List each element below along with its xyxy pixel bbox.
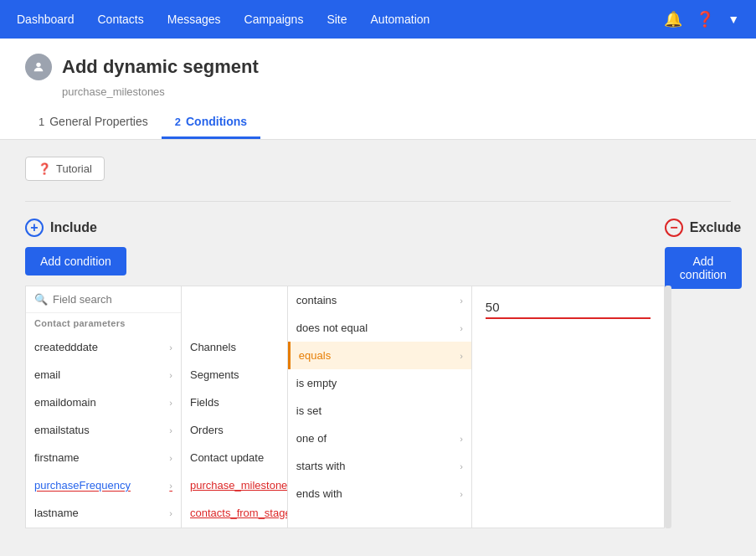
contact-params-label: Contact parameters bbox=[26, 313, 181, 333]
operator-is-empty[interactable]: is empty bbox=[288, 369, 471, 397]
field-item-lastname[interactable]: lastname › bbox=[26, 499, 181, 527]
exclude-icon: − bbox=[665, 219, 683, 237]
tabs: 1 General Properties 2 Conditions bbox=[25, 106, 731, 139]
nav-site[interactable]: Site bbox=[327, 13, 347, 26]
question-icon: ❓ bbox=[38, 162, 51, 175]
chevron-right-icon: › bbox=[169, 370, 172, 380]
nav-contacts[interactable]: Contacts bbox=[98, 13, 144, 26]
sidebar-purchase-milestones[interactable]: purchase_milestones bbox=[182, 471, 287, 499]
value-input[interactable] bbox=[486, 300, 651, 319]
field-item-emaildomain[interactable]: emaildomain › bbox=[26, 389, 181, 416]
field-item-email[interactable]: email › bbox=[26, 361, 181, 389]
operator-contains[interactable]: contains › bbox=[288, 286, 471, 314]
help-icon[interactable]: ❓ bbox=[696, 10, 714, 28]
operator-is-set[interactable]: is set bbox=[288, 397, 471, 425]
top-navigation: Dashboard Contacts Messages Campaigns Si… bbox=[0, 0, 756, 39]
operators-panel: contains › does not equal › equals › is … bbox=[288, 286, 472, 528]
tab-general-properties[interactable]: 1 General Properties bbox=[25, 106, 162, 139]
main-content: ❓ Tutorial + Include Add condition 🔍 Con… bbox=[0, 140, 756, 545]
operator-ends-with[interactable]: ends with › bbox=[288, 480, 471, 507]
operator-equals[interactable]: equals › bbox=[288, 342, 471, 369]
sidebar-location[interactable]: Location bbox=[182, 527, 287, 528]
include-label: Include bbox=[50, 220, 97, 235]
field-item-createdddate[interactable]: createdddate › bbox=[26, 333, 181, 361]
include-icon: + bbox=[25, 219, 44, 237]
chevron-right-icon: › bbox=[169, 398, 172, 408]
sidebar-orders[interactable]: Orders bbox=[182, 416, 287, 444]
value-panel bbox=[472, 286, 665, 528]
page-header: Add dynamic segment purchase_milestones … bbox=[0, 39, 756, 140]
chevron-right-icon: › bbox=[169, 453, 172, 463]
sidebar-contact-update[interactable]: Contact update bbox=[182, 444, 287, 471]
sidebar-fields[interactable]: Fields bbox=[182, 389, 287, 416]
nav-chevron-icon: ▼ bbox=[728, 13, 739, 26]
section-divider bbox=[25, 201, 731, 202]
nav-campaigns[interactable]: Campaigns bbox=[244, 13, 304, 26]
chevron-right-icon: › bbox=[460, 351, 463, 361]
chevron-right-icon: › bbox=[460, 434, 463, 444]
scrollbar[interactable] bbox=[665, 286, 671, 528]
page-icon bbox=[25, 54, 52, 80]
exclude-label: Exclude bbox=[690, 220, 741, 235]
chevron-right-icon: › bbox=[169, 342, 172, 353]
operator-starts-with[interactable]: starts with › bbox=[288, 452, 471, 480]
sections-row: + Include Add condition 🔍 Contact parame… bbox=[25, 219, 731, 528]
search-icon: 🔍 bbox=[34, 293, 48, 306]
sidebar-contacts-from-stage[interactable]: contacts_from_stage bbox=[182, 499, 287, 527]
nav-messages[interactable]: Messages bbox=[167, 13, 221, 26]
exclude-add-condition-button[interactable]: Add condition bbox=[665, 247, 742, 289]
search-input[interactable] bbox=[53, 293, 172, 306]
chevron-right-icon: › bbox=[460, 296, 463, 306]
field-item-emailstatus[interactable]: emailstatus › bbox=[26, 416, 181, 444]
bell-icon[interactable]: 🔔 bbox=[664, 10, 682, 28]
search-box: 🔍 bbox=[26, 286, 181, 313]
operator-does-not-equal[interactable]: does not equal › bbox=[288, 314, 471, 342]
page-title: Add dynamic segment bbox=[62, 56, 259, 78]
field-item-firstname[interactable]: firstname › bbox=[26, 444, 181, 471]
chevron-right-icon: › bbox=[460, 461, 463, 471]
chevron-right-icon: › bbox=[460, 489, 463, 499]
operator-one-of[interactable]: one of › bbox=[288, 425, 471, 452]
sidebar-panel: Channels Segments Fields Orders Contact … bbox=[182, 286, 288, 528]
exclude-section: − Exclude Add condition bbox=[665, 219, 742, 528]
tab-1-label: General Properties bbox=[49, 115, 148, 128]
include-section: + Include Add condition 🔍 Contact parame… bbox=[25, 219, 665, 528]
chevron-right-icon: › bbox=[169, 481, 172, 491]
tutorial-button[interactable]: ❓ Tutorial bbox=[25, 157, 105, 181]
tab-2-num: 2 bbox=[175, 116, 181, 128]
include-add-condition-button[interactable]: Add condition bbox=[25, 247, 126, 275]
fields-panel: 🔍 Contact parameters createdddate › emai… bbox=[25, 286, 182, 528]
include-dropdowns: 🔍 Contact parameters createdddate › emai… bbox=[25, 286, 665, 528]
tutorial-label: Tutorial bbox=[56, 162, 92, 175]
chevron-right-icon: › bbox=[460, 323, 463, 333]
sidebar-segments[interactable]: Segments bbox=[182, 361, 287, 389]
tab-2-label: Conditions bbox=[186, 115, 247, 128]
chevron-right-icon: › bbox=[169, 425, 172, 435]
field-item-lastreceiveddate[interactable]: lastreceiveddate › bbox=[26, 527, 181, 528]
nav-dashboard[interactable]: Dashboard bbox=[17, 13, 75, 26]
tab-conditions[interactable]: 2 Conditions bbox=[162, 106, 260, 139]
nav-automation[interactable]: Automation bbox=[371, 13, 430, 26]
field-item-purchasefrequency[interactable]: purchaseFrequency › bbox=[26, 471, 181, 499]
sidebar-channels[interactable]: Channels bbox=[182, 333, 287, 361]
chevron-right-icon: › bbox=[169, 508, 172, 518]
page-subtitle: purchase_milestones bbox=[62, 85, 731, 98]
svg-point-0 bbox=[36, 63, 40, 67]
tab-1-num: 1 bbox=[39, 116, 44, 128]
